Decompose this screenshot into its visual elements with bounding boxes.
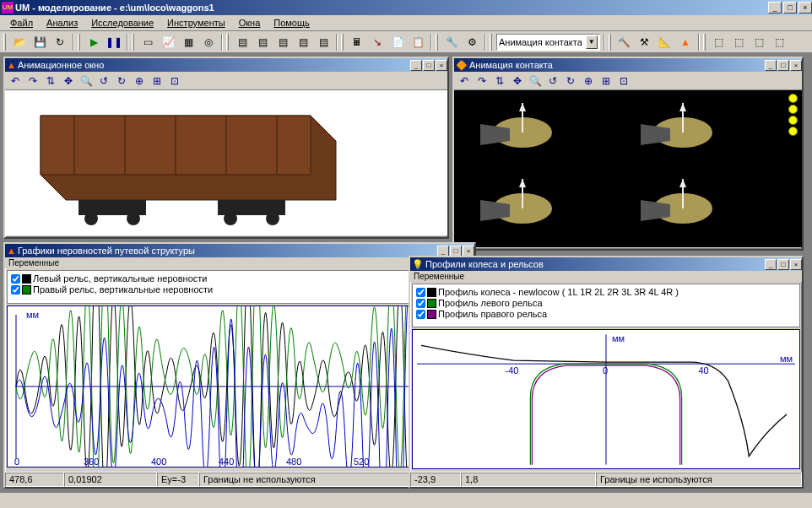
- svg-point-12: [224, 212, 237, 225]
- list1-icon[interactable]: ▤: [233, 33, 252, 51]
- home-icon[interactable]: ⊡: [166, 73, 183, 89]
- expand-icon[interactable]: ⊞: [598, 73, 614, 89]
- align1-icon[interactable]: ⬚: [710, 33, 728, 51]
- zoom-icon[interactable]: 🔍: [527, 73, 544, 89]
- rot-right-icon[interactable]: ↷: [474, 73, 490, 89]
- menu-file[interactable]: Файл: [3, 16, 40, 30]
- contact-viewport[interactable]: [454, 90, 802, 247]
- view-combo[interactable]: Анимация контакта ▼: [496, 34, 600, 51]
- list4-icon[interactable]: ▤: [294, 33, 312, 51]
- spin2-icon[interactable]: ↻: [562, 73, 579, 89]
- save-icon[interactable]: 💾: [30, 33, 49, 51]
- close-button[interactable]: ×: [790, 259, 802, 270]
- profiles-chart[interactable]: -40040 мм мм: [412, 329, 800, 469]
- tool-c-icon[interactable]: 📐: [656, 33, 674, 51]
- align2-icon[interactable]: ⬚: [730, 33, 749, 51]
- animation-title: Анимационное окно: [16, 60, 409, 70]
- spin2-icon[interactable]: ↻: [113, 73, 130, 89]
- contact-toolbar: ↶ ↷ ⇅ ✥ 🔍 ↺ ↻ ⊕ ⊞ ⊡: [454, 72, 802, 90]
- fit-icon[interactable]: ⊕: [580, 73, 597, 89]
- chevron-down-icon[interactable]: ▼: [586, 35, 598, 49]
- maximize-button[interactable]: □: [783, 2, 797, 14]
- window-icon[interactable]: ▭: [138, 33, 157, 51]
- spin1-icon[interactable]: ↺: [95, 73, 112, 89]
- calc-icon[interactable]: 🖩: [348, 33, 366, 51]
- max-button[interactable]: □: [777, 259, 789, 270]
- minimize-button[interactable]: _: [768, 2, 782, 14]
- profiles-title: Профили колеса и рельсов: [424, 259, 764, 269]
- legend-label-0: Профиль колеса - newlocow ( 1L 1R 2L 2R …: [438, 287, 679, 297]
- align3-icon[interactable]: ⬚: [750, 33, 769, 51]
- list3-icon[interactable]: ▤: [273, 33, 292, 51]
- pause-icon[interactable]: ❚❚: [105, 33, 123, 51]
- irreg-chart[interactable]: 036040044048052056 мм: [7, 305, 473, 467]
- page-icon[interactable]: 📋: [409, 33, 427, 51]
- force-icon[interactable]: 🔧: [442, 33, 461, 51]
- min-button[interactable]: _: [765, 60, 777, 71]
- tool-a-icon[interactable]: 🔨: [615, 33, 634, 51]
- menu-tools[interactable]: Инструменты: [160, 16, 232, 30]
- target-icon[interactable]: ⊞: [149, 73, 165, 89]
- svg-text:480: 480: [286, 457, 301, 467]
- tool-b-icon[interactable]: ⚒: [636, 33, 654, 51]
- close-button[interactable]: ×: [798, 2, 812, 14]
- irreg-unit: мм: [26, 310, 39, 320]
- legend-check-1[interactable]: [11, 285, 20, 295]
- cone-icon[interactable]: ▲: [676, 33, 695, 51]
- open-icon[interactable]: 📂: [10, 33, 29, 51]
- home-icon[interactable]: ⊡: [615, 73, 632, 89]
- menu-windows[interactable]: Окна: [232, 16, 268, 30]
- menu-help[interactable]: Помощь: [267, 16, 317, 30]
- profiles-status: -23,9 1,8 Границы не используются: [410, 472, 802, 487]
- svg-text:400: 400: [151, 457, 166, 467]
- rot-right-icon[interactable]: ↷: [24, 73, 41, 89]
- rot-left-icon[interactable]: ↶: [456, 73, 473, 89]
- doc-icon[interactable]: 📄: [388, 33, 407, 51]
- list5-icon[interactable]: ▤: [314, 33, 333, 51]
- status-range: Границы не используются: [596, 473, 802, 487]
- play-icon[interactable]: ▶: [84, 33, 103, 51]
- rot-up-icon[interactable]: ⇅: [491, 73, 508, 89]
- move-icon[interactable]: ✥: [60, 73, 77, 89]
- wheel-icon[interactable]: ◎: [199, 33, 218, 51]
- svg-text:520: 520: [354, 457, 369, 467]
- contact-icon[interactable]: ⚙: [463, 33, 481, 51]
- zoom-icon[interactable]: 🔍: [78, 73, 95, 89]
- profiles-window: 💡 Профили колеса и рельсов _□× Переменны…: [409, 256, 804, 489]
- menu-research[interactable]: Исследование: [84, 16, 160, 30]
- app-icon: UM: [2, 2, 14, 14]
- vector-icon[interactable]: ↘: [368, 33, 387, 51]
- contact-title: Анимация контакта: [468, 60, 764, 70]
- min-button[interactable]: _: [410, 60, 422, 71]
- max-button[interactable]: □: [423, 60, 435, 71]
- fit-icon[interactable]: ⊕: [131, 73, 148, 89]
- menu-bar: Файл Анализ Исследование Инструменты Окн…: [0, 15, 812, 31]
- legend-check-1[interactable]: [416, 299, 425, 308]
- legend-label-0: Левый рельс, вертикальные неровности: [33, 273, 207, 284]
- irreg-legend-header: Переменные: [5, 257, 474, 268]
- align4-icon[interactable]: ⬚: [771, 33, 789, 51]
- rot-up-icon[interactable]: ⇅: [42, 73, 59, 89]
- grid-icon[interactable]: ▦: [179, 33, 198, 51]
- legend-check-0[interactable]: [416, 288, 425, 297]
- min-button[interactable]: _: [765, 259, 777, 270]
- max-button[interactable]: □: [777, 60, 789, 71]
- mdi-area: ▲ Анимационное окно _□× ↶ ↷ ⇅ ✥ 🔍 ↺ ↻ ⊕ …: [0, 53, 812, 493]
- legend-check-2[interactable]: [416, 310, 425, 319]
- legend-check-0[interactable]: [11, 274, 20, 284]
- rot-left-icon[interactable]: ↶: [7, 73, 24, 89]
- legend-label-1: Профиль левого рельса: [438, 298, 543, 308]
- svg-rect-14: [455, 90, 801, 247]
- reload-icon[interactable]: ↻: [51, 33, 69, 51]
- menu-analysis[interactable]: Анализ: [40, 16, 84, 30]
- anim-viewport[interactable]: [5, 90, 447, 235]
- close-button[interactable]: ×: [436, 60, 447, 71]
- anim-toolbar: ↶ ↷ ⇅ ✥ 🔍 ↺ ↻ ⊕ ⊞ ⊡: [5, 72, 447, 90]
- list2-icon[interactable]: ▤: [253, 33, 272, 51]
- app-title: UM - моделирование - e:\um\loco\waggons1: [14, 3, 766, 13]
- chart-icon[interactable]: 📈: [159, 33, 177, 51]
- spin1-icon[interactable]: ↺: [544, 73, 561, 89]
- close-button[interactable]: ×: [790, 60, 802, 71]
- move-icon[interactable]: ✥: [509, 73, 526, 89]
- contact-window: 🔶 Анимация контакта _□× ↶ ↷ ⇅ ✥ 🔍 ↺ ↻ ⊕ …: [452, 57, 804, 251]
